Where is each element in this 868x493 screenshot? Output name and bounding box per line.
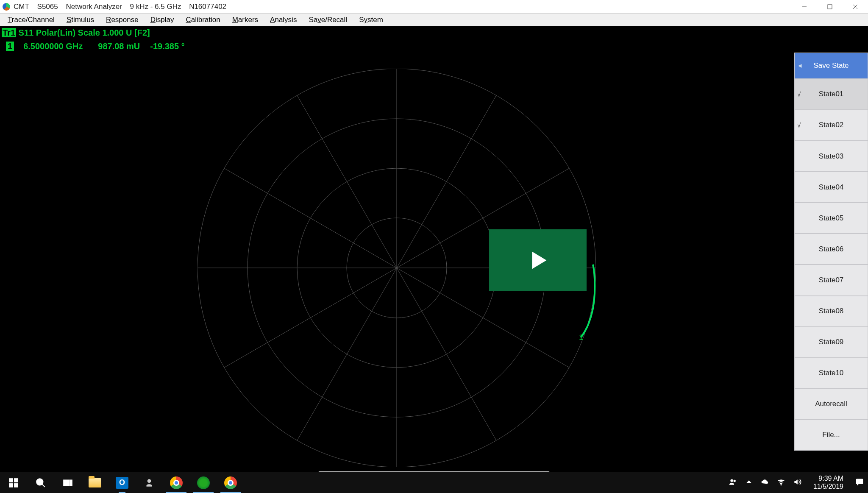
onedrive-icon[interactable] [761, 478, 769, 487]
marker-magnitude: 987.08 mU [98, 42, 140, 51]
softkey-header[interactable]: ◂Save State [794, 53, 868, 79]
taskbar-clock[interactable]: 9:39 AM11/5/2019 [809, 475, 848, 490]
svg-rect-21 [64, 480, 69, 485]
search-button[interactable] [27, 472, 54, 493]
softkey-state10[interactable]: State10 [794, 358, 868, 389]
svg-point-19 [36, 479, 43, 485]
chrome-icon-2[interactable] [217, 472, 244, 493]
marker-readout: 1 6.5000000 GHz 987.08 mU -19.385 ° [6, 42, 185, 52]
window-title-text: CMT S5065 Network Analyzer 9 kHz - 6.5 G… [14, 3, 232, 11]
svg-rect-15 [9, 478, 13, 482]
softkey-file[interactable]: File... [794, 420, 868, 451]
svg-rect-18 [14, 483, 18, 487]
trace-description: S11 Polar(Lin) Scale 1.000 U [F2] [16, 28, 150, 37]
marker-phase: -19.385 ° [150, 42, 184, 51]
video-play-button[interactable] [489, 229, 587, 291]
softkey-autorecall[interactable]: Autorecall [794, 389, 868, 420]
svg-point-24 [734, 480, 735, 482]
softkey-panel: ◂Save State√State01√State02State03State0… [794, 53, 868, 451]
maximize-button[interactable] [817, 0, 843, 14]
app-icon [3, 3, 10, 11]
svg-rect-16 [14, 478, 18, 482]
svg-line-20 [42, 484, 45, 487]
system-tray: 9:39 AM11/5/2019 [729, 475, 868, 490]
cmt-app-icon[interactable] [190, 472, 217, 493]
wifi-icon[interactable] [777, 478, 785, 487]
softkey-state07[interactable]: State07 [794, 265, 868, 295]
windows-taskbar: O 9:39 AM11/5/2019 [0, 472, 868, 493]
menu-system[interactable]: System [353, 14, 389, 26]
window-titlebar: CMT S5065 Network Analyzer 9 kHz - 6.5 G… [0, 0, 868, 14]
softkey-state05[interactable]: State05 [794, 203, 868, 234]
file-explorer-icon[interactable] [81, 472, 108, 493]
trace-tag: Tr1 [2, 28, 16, 37]
menu-display[interactable]: Display [145, 14, 180, 26]
softkey-state09[interactable]: State09 [794, 327, 868, 358]
svg-marker-14 [532, 252, 546, 269]
menu-stimulus[interactable]: Stimulus [61, 14, 100, 26]
minimize-button[interactable] [792, 0, 817, 14]
menu-bar: Trace/ChannelStimulusResponseDisplayCali… [0, 14, 868, 26]
chrome-icon-1[interactable] [163, 472, 190, 493]
softkey-state04[interactable]: State04 [794, 172, 868, 203]
action-center-icon[interactable] [855, 478, 864, 487]
people-icon[interactable] [729, 478, 737, 487]
svg-point-25 [781, 485, 782, 485]
menu-response[interactable]: Response [100, 14, 145, 26]
task-view-button[interactable] [54, 472, 81, 493]
outlook-icon[interactable]: O [108, 472, 136, 493]
softkey-state02[interactable]: √State02 [794, 110, 868, 141]
start-button[interactable] [0, 472, 27, 493]
svg-point-23 [731, 479, 733, 482]
app-icon-generic[interactable] [136, 472, 163, 493]
menu-saverecall[interactable]: Save/Recall [303, 14, 353, 26]
marker-glyph: 1 [579, 333, 583, 342]
svg-rect-1 [828, 5, 832, 9]
menu-calibration[interactable]: Calibration [180, 14, 226, 26]
softkey-state03[interactable]: State03 [794, 141, 868, 172]
softkey-state06[interactable]: State06 [794, 234, 868, 265]
softkey-state08[interactable]: State08 [794, 296, 868, 327]
svg-rect-17 [9, 483, 13, 487]
softkey-state01[interactable]: √State01 [794, 79, 868, 110]
volume-icon[interactable] [793, 478, 801, 487]
menu-markers[interactable]: Markers [226, 14, 264, 26]
marker-frequency: 6.5000000 GHz [23, 42, 83, 51]
marker-index: 1 [6, 42, 14, 51]
trace-info-line: Tr1 S11 Polar(Lin) Scale 1.000 U [F2] [2, 28, 150, 38]
tray-chevron-up-icon[interactable] [745, 478, 753, 487]
svg-rect-22 [70, 480, 72, 485]
menu-tracechannel[interactable]: Trace/Channel [2, 14, 61, 26]
menu-analysis[interactable]: Analysis [264, 14, 303, 26]
close-button[interactable] [843, 0, 868, 14]
svg-rect-26 [857, 479, 863, 484]
polar-plot-area[interactable]: Tr1 S11 Polar(Lin) Scale 1.000 U [F2] 1 … [0, 26, 792, 454]
